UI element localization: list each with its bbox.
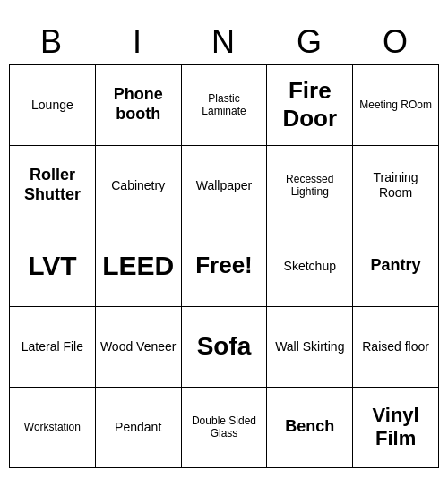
header-letter: N [181, 20, 267, 64]
bingo-cell-20: Workstation [10, 388, 96, 468]
bingo-cell-0: Lounge [10, 65, 96, 146]
header-letter: G [267, 20, 353, 64]
header-letter: O [353, 20, 439, 64]
bingo-cell-4: Meeting ROom [353, 65, 439, 146]
bingo-cell-6: Cabinetry [96, 146, 182, 226]
bingo-cell-10: LVT [10, 226, 96, 307]
header-letter: I [95, 20, 181, 64]
bingo-cell-9: Training Room [353, 146, 439, 226]
bingo-cell-19: Raised floor [353, 307, 439, 388]
bingo-card: BINGO LoungePhone boothPlastic LaminateF… [9, 20, 439, 468]
bingo-cell-1: Phone booth [96, 65, 182, 146]
header-letter: B [9, 20, 95, 64]
bingo-header: BINGO [9, 20, 439, 64]
bingo-cell-12: Free! [182, 226, 268, 307]
bingo-cell-8: Recessed Lighting [267, 146, 353, 226]
bingo-cell-5: Roller Shutter [10, 146, 96, 226]
bingo-cell-22: Double Sided Glass [182, 388, 268, 468]
bingo-cell-16: Wood Veneer [96, 307, 182, 388]
bingo-cell-18: Wall Skirting [267, 307, 353, 388]
bingo-cell-13: Sketchup [267, 226, 353, 307]
bingo-cell-24: Vinyl Film [353, 388, 439, 468]
bingo-cell-15: Lateral File [10, 307, 96, 388]
bingo-cell-7: Wallpaper [182, 146, 268, 226]
bingo-cell-3: Fire Door [267, 65, 353, 146]
bingo-cell-2: Plastic Laminate [182, 65, 268, 146]
bingo-cell-11: LEED [96, 226, 182, 307]
bingo-cell-17: Sofa [182, 307, 268, 388]
bingo-grid: LoungePhone boothPlastic LaminateFire Do… [9, 64, 439, 468]
bingo-cell-23: Bench [267, 388, 353, 468]
bingo-cell-14: Pantry [353, 226, 439, 307]
bingo-cell-21: Pendant [96, 388, 182, 468]
